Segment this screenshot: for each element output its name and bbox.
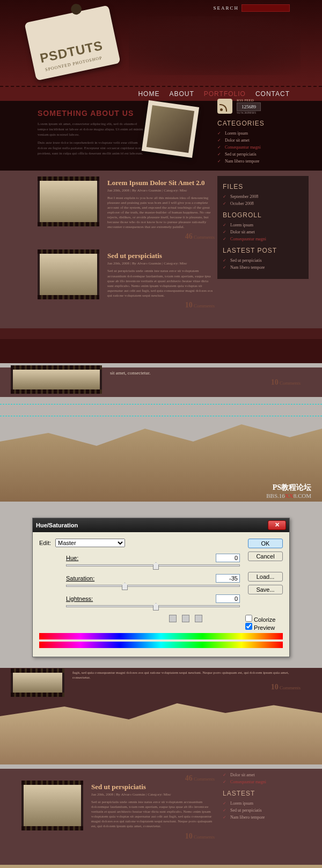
list-item[interactable]: Dolor sit amet [223, 229, 303, 236]
preview-checkbox[interactable]: Preview [245, 623, 283, 631]
about-strip: SOMETHING ABOUT US Lorem ipsum sit amet,… [0, 101, 322, 171]
post-comments[interactable]: 10 Comments [72, 683, 301, 692]
categories-list: Lorem ipsum Dolor sit amet Consequuntur … [217, 130, 309, 165]
list-item[interactable]: Consequuntur magni [223, 778, 309, 785]
blog-post: Sed ut perspiciatis Jan 20th, 2008 | By … [21, 783, 215, 841]
edit-select[interactable]: Master [55, 539, 125, 547]
load-button[interactable]: Load... [248, 572, 283, 582]
close-icon[interactable]: ✕ [268, 520, 286, 530]
dialog-titlebar[interactable]: Hue/Saturation ✕ [33, 518, 289, 532]
post-title[interactable]: Sed ut perspiciatis [91, 783, 215, 791]
files-heading: FILES [223, 183, 303, 190]
website-bottom-crop: Dolor sit amet Consequuntur magni LASTES… [0, 769, 322, 868]
post-comments[interactable]: 10 Comments [107, 301, 215, 310]
list-item[interactable]: Lorem ipsum [223, 800, 309, 807]
content-area: FILES September 2008 October 2008 BLOGRO… [0, 171, 322, 328]
sidebar: Dolor sit amet Consequuntur magni LASTES… [223, 771, 309, 821]
colorize-checkbox[interactable]: Colorize [245, 615, 283, 623]
categories-heading: CATEGORIES [217, 120, 309, 127]
photoshop-guide [0, 404, 322, 404]
fragment-text: fugit, sed quia consequuntur magni dolor… [72, 671, 301, 680]
sidebar-content: FILES September 2008 October 2008 BLOGRO… [217, 176, 309, 279]
list-item[interactable]: Sed ut perspiciatis [223, 257, 303, 264]
list-item[interactable]: October 2008 [223, 200, 303, 207]
list-item[interactable]: Lorem ipsum [223, 222, 303, 229]
blog-post: Sed ut perspiciatis Jan 20th, 2008 | By … [38, 252, 215, 310]
photoshop-guide [0, 416, 322, 416]
about-p2: Duis aute irure dolor in reprehenderit i… [38, 141, 145, 156]
rss-icon[interactable] [217, 99, 232, 114]
post-title[interactable]: Lorem Ipsum Dolor Sit Amet 2.0 [107, 179, 215, 187]
rss-count: 125689 [237, 102, 261, 111]
lightness-input[interactable] [216, 594, 240, 603]
torn-paper-footer [0, 700, 322, 764]
hue-saturation-step: Hue/Saturation ✕ OK Cancel Load... Save.… [0, 502, 322, 668]
list-item[interactable]: Nam libero tempore [217, 158, 309, 165]
lastest-heading: LASTEST [223, 790, 309, 797]
post-comments[interactable]: 10 Comments [110, 378, 301, 387]
dialog-title: Hue/Saturation [36, 522, 78, 528]
rss-subscribers: SUSCRIBERS [237, 111, 261, 114]
post-comments[interactable]: 10 Comments [91, 832, 215, 841]
list-item[interactable]: Dolor sit amet [217, 137, 309, 144]
train-illustration [129, 16, 301, 75]
blogroll-heading: BLOGROLL [223, 211, 303, 219]
about-p1: Lorem ipsum sit amet, consectetur adipis… [38, 122, 145, 137]
site-header: PSDTUTS SPOONFED PHOTOSHOP SEARCH [0, 0, 322, 86]
hue-label: Hue: [66, 555, 78, 561]
nav-about[interactable]: ABOUT [169, 90, 194, 98]
eyedropper-minus-icon[interactable] [195, 615, 202, 622]
list-item[interactable]: Lorem ipsum [217, 130, 309, 137]
post-comments[interactable]: 46 Comments [107, 232, 215, 241]
fragment-text: sit amet, consectetur. [110, 367, 301, 376]
hue-slider[interactable] [66, 564, 240, 567]
logo-tag: PSDTUTS SPOONFED PHOTOSHOP [24, 5, 120, 81]
hue-input[interactable] [216, 554, 240, 562]
polaroid-photo [142, 100, 199, 158]
list-item[interactable]: Consequuntur magni [217, 144, 309, 151]
eyedropper-icon[interactable] [169, 615, 177, 622]
post-thumbnail [11, 671, 64, 695]
rss-label: RSS FEED [237, 98, 261, 102]
post-meta: Jan 20th, 2008 | By Alvaro Guzmán | Cate… [91, 792, 215, 797]
nav-contact[interactable]: CONTACT [255, 90, 290, 98]
hue-gradient-result [39, 642, 283, 648]
list-item[interactable]: Nam libero tempore [223, 814, 309, 821]
list-item[interactable]: September 2008 [223, 193, 303, 200]
saturation-slider[interactable] [66, 585, 240, 587]
list-item[interactable]: Sed ut perspiciatis [223, 807, 309, 814]
post-title[interactable]: Sed ut perspiciatis [107, 252, 215, 260]
sidebar: RSS FEED 125689 SUSCRIBERS CATEGORIES Lo… [217, 98, 309, 165]
hue-gradient [39, 633, 283, 639]
site-footer: LOREM IPSUM SLOGAN Home | About us | Por… [0, 865, 322, 868]
list-item[interactable]: Sed ut perspiciatis [217, 151, 309, 158]
post-thumbnail [21, 783, 83, 828]
saturation-label: Saturation: [66, 575, 94, 582]
nav-portfolio[interactable]: PORTFOLIO [204, 90, 246, 98]
footer-strip [0, 339, 322, 363]
post-thumbnail [38, 252, 99, 297]
eyedropper-plus-icon[interactable] [182, 615, 189, 622]
cancel-button[interactable]: Cancel [248, 551, 283, 561]
hue-saturation-dialog: Hue/Saturation ✕ OK Cancel Load... Save.… [32, 518, 290, 657]
post-thumbnail [38, 179, 99, 224]
search-input[interactable] [241, 4, 290, 12]
list-item[interactable]: Dolor sit amet [223, 771, 309, 778]
watermark: PS教程论坛 BBS.16XX8.COM [266, 483, 311, 499]
post-excerpt: Sed ut perspiciatis unde omnis iste natu… [107, 269, 215, 298]
post-excerpt: Sed ut perspiciatis unde omnis iste natu… [91, 800, 215, 829]
search-box: SEARCH [213, 4, 290, 12]
saturation-input[interactable] [216, 574, 240, 583]
crop-footer-torn: fugit, sed quia consequuntur magni dolor… [0, 668, 322, 764]
list-item[interactable]: Nam libero tempore [223, 264, 303, 271]
post-thumbnail [11, 367, 102, 392]
rss-block: RSS FEED 125689 SUSCRIBERS [217, 98, 309, 114]
website-mockup-full: PSDTUTS SPOONFED PHOTOSHOP SEARCH HOME A… [0, 0, 322, 363]
edit-label: Edit: [39, 540, 51, 546]
about-block: SOMETHING ABOUT US Lorem ipsum sit amet,… [38, 109, 145, 160]
save-button[interactable]: Save... [248, 585, 283, 594]
list-item[interactable]: Consequuntur magni [223, 236, 303, 242]
nav-home[interactable]: HOME [138, 90, 159, 98]
lightness-slider[interactable] [66, 605, 240, 607]
ok-button[interactable]: OK [248, 539, 283, 548]
